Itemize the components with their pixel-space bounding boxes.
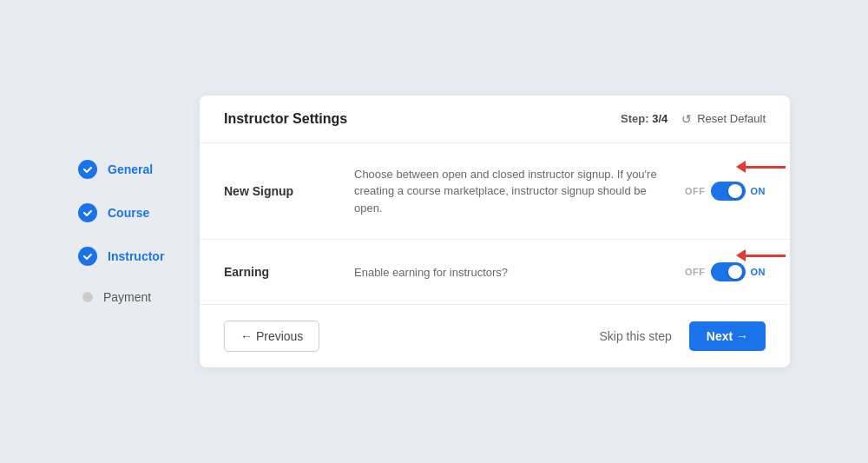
- arrow-line: [746, 166, 786, 169]
- sidebar-item-payment[interactable]: Payment: [78, 290, 165, 304]
- arrowhead-icon: [736, 161, 746, 173]
- new-signup-row: New Signup Choose between open and close…: [200, 143, 790, 241]
- course-check-icon: [78, 203, 97, 222]
- previous-button[interactable]: ← Previous: [224, 321, 319, 352]
- sidebar-item-course-label: Course: [108, 206, 149, 220]
- step-info: Step: 3/4: [621, 112, 667, 125]
- reset-default-button[interactable]: ↺ Reset Default: [681, 112, 766, 126]
- sidebar-item-general-label: General: [108, 162, 153, 176]
- header-right: Step: 3/4 ↺ Reset Default: [621, 112, 766, 126]
- sidebar-item-instructor-label: Instructor: [108, 249, 164, 263]
- earning-desc: Enable earning for instructors?: [354, 264, 667, 281]
- arrowhead-icon-2: [736, 249, 746, 261]
- card-footer: ← Previous Skip this step Next →: [200, 304, 790, 367]
- settings-card: Instructor Settings Step: 3/4 ↺ Reset De…: [200, 96, 790, 368]
- sidebar-item-general[interactable]: General: [78, 160, 165, 179]
- instructor-check-icon: [78, 247, 97, 266]
- general-check-icon: [78, 160, 97, 179]
- arrow-new-signup: [736, 161, 786, 173]
- sidebar-item-instructor[interactable]: Instructor: [78, 247, 165, 266]
- arrows-container: [736, 161, 786, 261]
- card-title: Instructor Settings: [224, 111, 347, 127]
- arrow-earning: [736, 249, 786, 261]
- next-button[interactable]: Next →: [689, 321, 766, 351]
- payment-dot-icon: [82, 292, 93, 302]
- card-body: New Signup Choose between open and close…: [200, 143, 790, 305]
- sidebar-item-payment-label: Payment: [103, 290, 151, 304]
- earning-on-label: ON: [751, 267, 766, 277]
- sidebar-item-course[interactable]: Course: [78, 203, 165, 222]
- earning-row: Earning Enable earning for instructors? …: [200, 240, 790, 304]
- footer-right: Skip this step Next →: [600, 321, 766, 351]
- earning-label: Earning: [224, 265, 337, 279]
- arrow-line-2: [746, 255, 786, 257]
- earning-toggle[interactable]: [711, 262, 746, 281]
- reset-icon: ↺: [681, 112, 692, 126]
- sidebar: General Course Instructor Payment: [78, 160, 200, 304]
- new-signup-label: New Signup: [224, 184, 337, 198]
- new-signup-desc: Choose between open and closed instructo…: [354, 166, 667, 217]
- skip-step-button[interactable]: Skip this step: [600, 329, 672, 343]
- earning-off-label: OFF: [685, 267, 706, 277]
- card-header: Instructor Settings Step: 3/4 ↺ Reset De…: [200, 96, 790, 143]
- earning-toggle-container: OFF ON: [685, 262, 766, 281]
- new-signup-off-label: OFF: [685, 186, 706, 196]
